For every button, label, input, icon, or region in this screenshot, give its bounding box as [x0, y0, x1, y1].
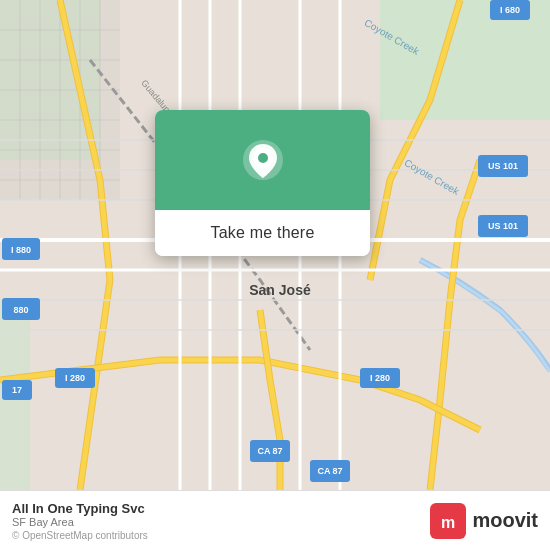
svg-text:m: m [441, 514, 455, 531]
svg-point-42 [258, 153, 268, 163]
action-card: Take me there [155, 110, 370, 256]
svg-text:San José: San José [249, 282, 311, 298]
svg-text:I 880: I 880 [11, 245, 31, 255]
moovit-icon: m [430, 503, 466, 539]
svg-text:17: 17 [12, 385, 22, 395]
svg-text:I 280: I 280 [370, 373, 390, 383]
bottom-bar: All In One Typing Svc SF Bay Area © Open… [0, 490, 550, 550]
place-name: All In One Typing Svc [12, 501, 422, 516]
card-map-area [155, 110, 370, 210]
svg-text:880: 880 [13, 305, 28, 315]
location-pin-icon [241, 138, 285, 182]
moovit-logo[interactable]: m moovit [430, 503, 538, 539]
place-area: SF Bay Area [12, 516, 422, 528]
map-container: I 880 880 17 I 280 I 280 US 101 US 101 I… [0, 0, 550, 490]
place-info-block: All In One Typing Svc SF Bay Area © Open… [12, 501, 422, 541]
svg-text:I 680: I 680 [500, 5, 520, 15]
svg-text:CA 87: CA 87 [257, 446, 282, 456]
take-me-there-button[interactable]: Take me there [155, 210, 370, 256]
svg-text:US 101: US 101 [488, 161, 518, 171]
moovit-text: moovit [472, 509, 538, 532]
svg-text:CA 87: CA 87 [317, 466, 342, 476]
svg-text:I 280: I 280 [65, 373, 85, 383]
copyright-text: © OpenStreetMap contributors [12, 530, 422, 541]
svg-text:US 101: US 101 [488, 221, 518, 231]
